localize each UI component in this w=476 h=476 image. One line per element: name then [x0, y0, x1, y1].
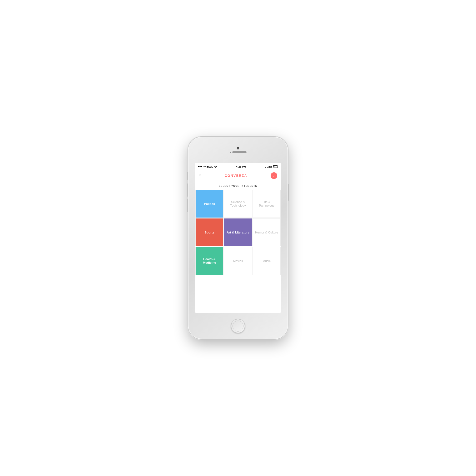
app-title: CONVERZA	[225, 174, 247, 178]
status-time: 4:21 PM	[236, 165, 246, 168]
bluetooth-icon: ᴗ	[265, 165, 266, 168]
interest-art-literature-label: Art & Literature	[227, 231, 249, 234]
interest-science-technology[interactable]: Science & Technology	[224, 190, 252, 218]
power-button[interactable]	[288, 184, 289, 201]
phone-shell: BELL 4:21 PM ᴗ 22%	[188, 137, 288, 339]
status-left: BELL	[198, 165, 217, 168]
signal-dot-3	[201, 166, 202, 167]
speaker-dot	[230, 152, 231, 153]
interest-sports[interactable]: Sports	[195, 218, 223, 246]
interest-health-medicine[interactable]: Health & Medicine	[195, 247, 223, 275]
interest-art-literature[interactable]: Art & Literature	[224, 218, 252, 246]
interest-politics[interactable]: Politics	[195, 190, 223, 218]
interest-music-label: Music	[262, 259, 271, 263]
signal-dot-1	[198, 166, 199, 167]
status-right: ᴗ 22%	[265, 165, 278, 168]
phone-frame: BELL 4:21 PM ᴗ 22%	[188, 137, 288, 339]
interest-politics-label: Politics	[204, 202, 215, 206]
interest-humor-culture[interactable]: Humor & Culture	[253, 218, 281, 246]
signal-dot-2	[200, 166, 201, 167]
phone-screen: BELL 4:21 PM ᴗ 22%	[195, 163, 281, 313]
signal-dot-5	[204, 166, 206, 167]
nav-bar: × CONVERZA ✓	[195, 170, 281, 181]
carrier-label: BELL	[206, 165, 213, 168]
signal-dot-4	[203, 166, 204, 167]
top-bezel	[188, 137, 288, 163]
volume-up-button[interactable]	[187, 184, 188, 197]
speaker-area	[230, 151, 247, 153]
interest-sports-label: Sports	[204, 231, 214, 234]
mute-button[interactable]	[187, 172, 188, 180]
interest-music[interactable]: Music	[253, 247, 281, 275]
volume-down-button[interactable]	[187, 199, 188, 212]
check-icon: ✓	[272, 174, 275, 178]
confirm-button[interactable]: ✓	[271, 172, 277, 179]
interest-humor-culture-label: Humor & Culture	[255, 231, 278, 234]
home-button[interactable]	[231, 319, 245, 333]
bottom-bezel	[188, 313, 288, 339]
interest-science-technology-label: Science & Technology	[226, 200, 250, 207]
interest-life-technology-label: Life & Technology	[255, 200, 278, 207]
home-button-inner	[233, 321, 243, 332]
interest-movies-label: Movies	[233, 259, 243, 263]
interest-movies[interactable]: Movies	[224, 247, 252, 275]
interest-life-technology[interactable]: Life & Technology	[253, 190, 281, 218]
speaker-grille	[232, 151, 247, 153]
status-bar: BELL 4:21 PM ᴗ 22%	[195, 163, 281, 170]
section-title: SELECT YOUR INTERESTS	[195, 181, 281, 190]
signal-dots	[198, 166, 206, 167]
battery-percent: 22%	[267, 165, 272, 168]
wifi-icon	[214, 165, 217, 168]
battery-icon	[273, 165, 278, 168]
close-button[interactable]: ×	[199, 173, 201, 178]
interest-health-medicine-label: Health & Medicine	[198, 257, 221, 264]
interests-grid: Politics Science & Technology Life & Tec…	[195, 190, 281, 275]
camera-icon	[237, 147, 239, 150]
